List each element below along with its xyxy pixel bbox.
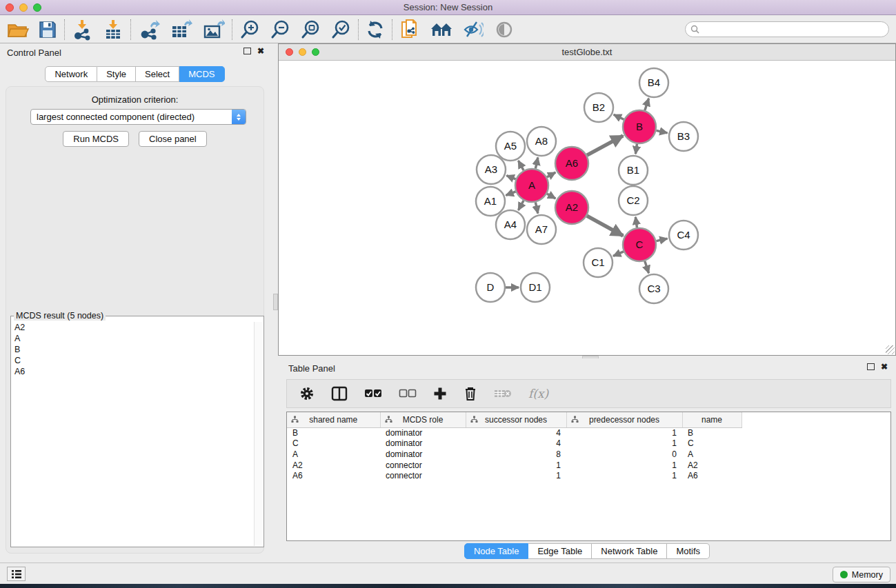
table-row[interactable]: Adominator80A: [287, 449, 890, 460]
table-cell[interactable]: dominator: [380, 438, 466, 449]
delete-column-button[interactable]: [464, 386, 477, 401]
vertical-splitter-grip[interactable]: [273, 294, 278, 310]
table-cell[interactable]: A6: [682, 470, 741, 481]
open-file-button[interactable]: [6, 18, 29, 41]
tab-style[interactable]: Style: [97, 66, 136, 82]
table-cell[interactable]: A: [682, 449, 741, 460]
show-preview-button[interactable]: [495, 18, 514, 41]
eye-icon: [495, 20, 514, 39]
mcds-result-item[interactable]: A: [12, 333, 253, 344]
node-table[interactable]: shared nameMCDS rolesuccessor nodesprede…: [286, 412, 891, 541]
export-network-button[interactable]: [138, 18, 160, 41]
table-cell[interactable]: 1: [466, 470, 566, 481]
memory-button[interactable]: Memory: [833, 567, 890, 582]
table-cell[interactable]: 1: [466, 460, 566, 471]
import-table-button[interactable]: [103, 18, 123, 41]
export-image-button[interactable]: [203, 18, 225, 41]
zoom-out-button[interactable]: [270, 18, 290, 41]
table-settings-button[interactable]: [299, 386, 315, 401]
table-cell[interactable]: A2: [682, 460, 741, 471]
delete-table-button[interactable]: [494, 388, 512, 399]
window-resize-grip[interactable]: [886, 345, 895, 354]
table-cell[interactable]: dominator: [380, 427, 466, 438]
column-header-shared-name[interactable]: shared name: [287, 412, 380, 427]
column-header-MCDS-role[interactable]: MCDS role: [380, 412, 466, 427]
run-mcds-button[interactable]: Run MCDS: [63, 131, 129, 147]
optimization-criterion-label: Optimization criterion:: [6, 94, 263, 105]
function-builder-button[interactable]: f(x): [528, 387, 548, 401]
table-row[interactable]: Bdominator41B: [287, 427, 890, 438]
tab-network[interactable]: Network: [45, 66, 97, 82]
table-cell[interactable]: B: [682, 427, 741, 438]
table-cell[interactable]: 1: [566, 438, 682, 449]
close-panel-icon[interactable]: ✖: [257, 48, 264, 54]
tab-network-table[interactable]: Network Table: [592, 543, 667, 559]
mcds-result-item[interactable]: A2: [12, 322, 253, 333]
table-tabs: Node TableEdge TableNetwork TableMotifs: [464, 543, 710, 559]
tab-node-table[interactable]: Node Table: [464, 543, 529, 559]
table-cell[interactable]: 1: [566, 470, 682, 481]
criterion-dropdown[interactable]: largest connected component (directed): [30, 109, 246, 125]
column-header-predecessor-nodes[interactable]: predecessor nodes: [566, 412, 682, 427]
tab-edge-table[interactable]: Edge Table: [528, 543, 592, 559]
table-cell[interactable]: C: [287, 438, 380, 449]
tab-mcds[interactable]: MCDS: [179, 66, 224, 82]
network-window-titlebar[interactable]: testGlobe.txt: [279, 44, 895, 61]
table-cell[interactable]: B: [287, 427, 380, 438]
node-label-A7: A7: [535, 223, 548, 235]
table-cell[interactable]: A6: [287, 470, 380, 481]
tab-motifs[interactable]: Motifs: [667, 543, 710, 559]
search-input[interactable]: [702, 23, 888, 36]
mcds-result-item[interactable]: A6: [12, 366, 253, 377]
column-header-successor-nodes[interactable]: successor nodes: [466, 412, 566, 427]
table-cell[interactable]: 8: [466, 449, 566, 460]
node-label-D1: D1: [528, 281, 541, 293]
table-cell[interactable]: dominator: [380, 449, 466, 460]
select-all-button[interactable]: [364, 389, 382, 398]
memory-status-icon: [840, 571, 848, 578]
table-cell[interactable]: A2: [287, 460, 380, 471]
column-manager-button[interactable]: [331, 386, 348, 401]
search-field[interactable]: [685, 21, 889, 37]
close-table-panel-icon[interactable]: ✖: [881, 363, 888, 370]
table-cell[interactable]: 4: [466, 438, 566, 449]
mcds-result-item[interactable]: C: [12, 355, 253, 366]
table-cell[interactable]: A: [287, 449, 380, 460]
save-session-button[interactable]: [38, 18, 57, 41]
refresh-button[interactable]: [366, 18, 385, 41]
duplicate-network-button[interactable]: [399, 18, 420, 41]
table-row[interactable]: A6connector11A6: [287, 470, 890, 481]
home-layout-button[interactable]: [430, 18, 453, 41]
float-panel-icon[interactable]: [243, 48, 251, 54]
zoom-in-button[interactable]: [239, 18, 260, 41]
node-label-A8: A8: [535, 135, 548, 147]
tab-select[interactable]: Select: [136, 66, 179, 82]
table-cell[interactable]: 4: [466, 427, 566, 438]
zoom-fit-button[interactable]: [300, 18, 321, 41]
edge-A-A8: [535, 157, 538, 168]
unchecked-boxes-icon: [399, 389, 417, 398]
node-label-B: B: [636, 121, 643, 132]
table-row[interactable]: Cdominator41C: [287, 438, 890, 449]
memory-label: Memory: [852, 570, 883, 580]
zoom-selected-button[interactable]: [330, 18, 351, 41]
mcds-result-scrollbar[interactable]: [254, 322, 263, 546]
table-cell[interactable]: 1: [566, 427, 682, 438]
task-history-button[interactable]: [7, 567, 26, 581]
float-table-panel-icon[interactable]: [867, 363, 875, 370]
table-cell[interactable]: 1: [566, 460, 682, 471]
add-column-button[interactable]: [433, 387, 447, 401]
table-cell[interactable]: connector: [380, 460, 466, 471]
column-header-name[interactable]: name: [682, 412, 741, 427]
export-table-button[interactable]: [170, 18, 192, 41]
close-panel-button[interactable]: Close panel: [139, 131, 207, 147]
import-network-button[interactable]: [72, 18, 92, 41]
network-canvas[interactable]: B4B2BB3A5A8A6B1A3AC2A1A2A4A7C4CC1C3DD1: [279, 61, 895, 355]
table-cell[interactable]: connector: [380, 470, 466, 481]
mcds-result-item[interactable]: B: [12, 344, 253, 355]
table-cell[interactable]: C: [682, 438, 741, 449]
hide-panel-button[interactable]: [463, 18, 484, 41]
table-row[interactable]: A2connector11A2: [287, 460, 890, 471]
deselect-all-button[interactable]: [399, 389, 417, 398]
table-cell[interactable]: 0: [566, 449, 682, 460]
